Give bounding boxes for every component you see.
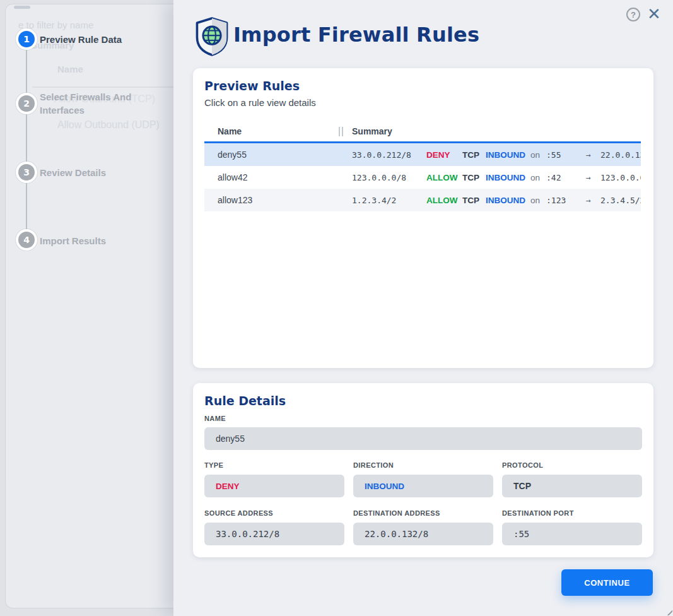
rule-protocol: TCP — [462, 173, 486, 182]
source-address-field-group: SOURCE ADDRESS 33.0.0.212/8 — [204, 509, 344, 545]
arrow-icon: → — [576, 196, 600, 205]
rule-name: deny55 — [204, 150, 339, 160]
rule-port: :123 — [546, 196, 576, 205]
protocol-field-label: PROTOCOL — [502, 461, 642, 471]
rule-summary: 123.0.0.0/8 ALLOW TCP INBOUND on :42 → 1… — [339, 173, 641, 182]
wizard-step-1-circle[interactable]: 1 — [16, 28, 37, 50]
wizard-step-3-number: 3 — [18, 164, 35, 181]
rule-destination: 123.0.0.0/8 — [600, 173, 641, 182]
arrow-icon: → — [576, 173, 600, 182]
rule-source: 1.2.3.4/2 — [352, 196, 426, 205]
rule-direction: INBOUND — [486, 196, 530, 205]
wizard-step-4-circle[interactable]: 4 — [16, 229, 37, 251]
rule-port: :42 — [546, 173, 576, 182]
rule-source: 33.0.0.212/8 — [352, 150, 426, 160]
rule-on-label: on — [530, 150, 546, 160]
rule-protocol: TCP — [462, 150, 486, 160]
wizard-step-3-label[interactable]: Review Details — [40, 166, 106, 179]
rule-on-label: on — [530, 173, 546, 182]
arrow-icon: → — [576, 150, 600, 160]
window-resize-grip — [667, 610, 672, 615]
rule-action: DENY — [426, 150, 462, 160]
wizard-step-1-label[interactable]: Preview Rule Data — [40, 33, 122, 46]
name-field: deny55 — [204, 427, 642, 450]
destination-port-field: :55 — [502, 523, 642, 545]
rule-destination: 2.3.4.5/2 — [600, 196, 641, 205]
type-field: DENY — [204, 475, 344, 497]
rule-name: allow123 — [204, 195, 339, 205]
destination-address-field-group: DESTINATION ADDRESS 22.0.0.132/8 — [353, 509, 493, 545]
direction-field-label: DIRECTION — [353, 461, 493, 471]
rule-direction: INBOUND — [486, 173, 530, 182]
wizard-step-2-label[interactable]: Select Firewalls And Interfaces — [40, 90, 156, 117]
wizard-step-2-circle[interactable]: 2 — [16, 93, 37, 114]
destination-address-field: 22.0.0.132/8 — [353, 523, 493, 545]
wizard-step-1-number: 1 — [18, 31, 35, 47]
wizard-sidebar: e to filter by name Summary Name Allow O… — [5, 4, 173, 608]
shield-globe-icon — [194, 16, 230, 59]
table-row-deny55[interactable]: deny55 33.0.0.212/8 DENY TCP INBOUND on … — [204, 143, 641, 166]
type-field-label: TYPE — [204, 461, 344, 471]
wizard-step-3-circle[interactable]: 3 — [16, 162, 37, 183]
rule-details-card: Rule Details NAME deny55 TYPE DENY DIREC… — [193, 383, 653, 557]
destination-port-field-group: DESTINATION PORT :55 — [502, 509, 642, 545]
rules-table-header: Name Summary — [204, 122, 641, 140]
rule-summary: 33.0.0.212/8 DENY TCP INBOUND on :55 → 2… — [339, 150, 641, 160]
rule-action: ALLOW — [426, 173, 462, 182]
wizard-step-4-label[interactable]: Import Results — [40, 234, 106, 247]
preview-rules-title: Preview Rules — [204, 79, 300, 93]
ghost-divider — [32, 86, 175, 88]
rules-table: Name Summary deny55 33.0.0.212/8 DENY TC… — [204, 122, 641, 288]
table-row-allow123[interactable]: allow123 1.2.3.4/2 ALLOW TCP INBOUND on … — [204, 189, 641, 211]
destination-address-field-label: DESTINATION ADDRESS — [353, 509, 493, 519]
modal-title: Import Firewall Rules — [233, 23, 479, 47]
continue-button[interactable]: CONTINUE — [561, 569, 653, 596]
close-icon[interactable]: ✕ — [645, 5, 663, 23]
rule-destination: 22.0.0.132/8 — [600, 150, 641, 160]
help-icon[interactable]: ? — [626, 8, 640, 21]
preview-rules-subtitle: Click on a rule view details — [204, 97, 316, 108]
rule-port: :55 — [546, 150, 576, 160]
source-address-field-label: SOURCE ADDRESS — [204, 509, 344, 519]
rule-details-title: Rule Details — [204, 394, 286, 408]
wizard-step-4-number: 4 — [18, 232, 35, 248]
rule-protocol: TCP — [462, 196, 486, 205]
type-field-group: TYPE DENY — [204, 461, 344, 497]
protocol-field-group: PROTOCOL TCP — [502, 461, 642, 497]
wizard-step-2-number: 2 — [18, 95, 35, 112]
protocol-field: TCP — [502, 475, 642, 497]
name-field-label: NAME — [204, 415, 226, 422]
column-header-name: Name — [204, 126, 339, 136]
rule-on-label: on — [530, 196, 546, 205]
direction-field-group: DIRECTION INBOUND — [353, 461, 493, 497]
rule-name: allow42 — [204, 172, 339, 182]
column-resize-handle[interactable] — [339, 127, 343, 136]
destination-port-field-label: DESTINATION PORT — [502, 509, 642, 519]
direction-field: INBOUND — [353, 475, 493, 497]
table-row-allow42[interactable]: allow42 123.0.0.0/8 ALLOW TCP INBOUND on… — [204, 166, 641, 189]
preview-rules-card: Preview Rules Click on a rule view detai… — [193, 68, 653, 368]
source-address-field: 33.0.0.212/8 — [204, 523, 344, 545]
ghost-allow-udp-text: Allow Outbound (UDP) — [57, 119, 160, 131]
ghost-name-text: Name — [57, 64, 83, 74]
rule-summary: 1.2.3.4/2 ALLOW TCP INBOUND on :123 → 2.… — [339, 196, 641, 205]
wizard-connector-line — [26, 40, 27, 244]
column-header-summary: Summary — [343, 126, 392, 136]
import-firewall-rules-modal: Import Firewall Rules ? ✕ Preview Rules … — [173, 0, 673, 616]
rule-action: ALLOW — [426, 196, 462, 205]
rule-source: 123.0.0.0/8 — [352, 173, 426, 182]
rule-direction: INBOUND — [486, 150, 530, 160]
ghost-scroll-pill — [14, 6, 30, 9]
